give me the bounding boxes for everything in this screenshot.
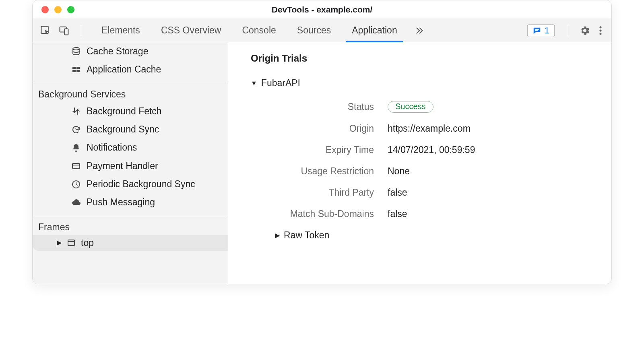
issues-button[interactable]: 1: [527, 24, 555, 37]
sidebar-item-label: Cache Storage: [87, 45, 148, 58]
close-window-button[interactable]: [41, 6, 49, 13]
tab-sources[interactable]: Sources: [287, 19, 341, 42]
sidebar-item-label: Periodic Background Sync: [87, 178, 195, 191]
maximize-window-button[interactable]: [67, 6, 74, 13]
trial-name: FubarAPI: [261, 78, 300, 89]
sidebar-divider: [33, 216, 228, 216]
toolbar-divider: [81, 25, 81, 37]
inspect-element-icon[interactable]: [40, 25, 51, 36]
label-subdomains: Match Sub-Domains: [251, 209, 388, 219]
tab-elements[interactable]: Elements: [91, 19, 151, 42]
minimize-window-button[interactable]: [54, 6, 62, 13]
sidebar-item-frame-top[interactable]: ▶ top: [33, 235, 228, 251]
value-usage: None: [388, 166, 410, 177]
svg-rect-13: [72, 163, 80, 169]
tab-console[interactable]: Console: [231, 19, 286, 42]
devtools-toolbar: Elements CSS Overview Console Sources Ap…: [33, 19, 611, 42]
sidebar-section-background-services[interactable]: Background Services: [33, 89, 228, 102]
more-tabs-button[interactable]: [408, 19, 431, 42]
main-split: Cache Storage Application Cache Backgrou…: [33, 42, 611, 284]
svg-rect-16: [68, 240, 74, 246]
frame-icon: [66, 238, 76, 248]
sidebar-item-label: Push Messaging: [87, 196, 155, 209]
label-usage: Usage Restriction: [251, 166, 388, 177]
sidebar-item-label: Background Sync: [87, 123, 159, 136]
svg-rect-9: [72, 67, 76, 69]
window-controls: [33, 6, 74, 13]
titlebar: DevTools - example.com/: [33, 0, 611, 19]
chevron-double-right-icon: [414, 25, 425, 36]
label-expiry: Expiry Time: [251, 145, 388, 155]
sidebar-item-periodic-background-sync[interactable]: Periodic Background Sync: [33, 175, 228, 193]
label-origin: Origin: [251, 123, 388, 134]
row-third-party: Third Party false: [251, 187, 595, 198]
issues-count: 1: [545, 25, 549, 36]
sidebar-item-label: Background Fetch: [87, 105, 162, 118]
sidebar-item-cache-storage[interactable]: Cache Storage: [33, 42, 228, 60]
sidebar-item-label: top: [81, 238, 94, 248]
origin-trials-panel: Origin Trials ▼ FubarAPI Status Success …: [228, 42, 611, 284]
sidebar-item-label: Payment Handler: [87, 159, 158, 173]
toolbar-divider: [567, 25, 567, 37]
tab-application[interactable]: Application: [341, 19, 408, 42]
grid-icon: [71, 65, 81, 74]
svg-rect-12: [76, 70, 80, 72]
svg-rect-0: [41, 26, 49, 33]
expand-triangle-icon[interactable]: ▶: [57, 240, 62, 246]
row-status: Status Success: [251, 101, 595, 113]
cloud-icon: [71, 198, 81, 207]
sidebar-item-push-messaging[interactable]: Push Messaging: [33, 193, 228, 211]
more-menu-icon[interactable]: [599, 25, 603, 36]
value-expiry: 14/07/2021, 00:59:59: [388, 145, 475, 155]
tab-css-overview[interactable]: CSS Overview: [151, 19, 232, 42]
raw-token-expander[interactable]: ▶ Raw Token: [275, 230, 595, 241]
row-origin: Origin https://example.com: [251, 123, 595, 134]
svg-point-6: [599, 29, 601, 31]
label-status: Status: [251, 101, 388, 112]
sidebar-item-label: Application Cache: [87, 63, 161, 76]
value-subdomains: false: [388, 209, 407, 219]
collapse-triangle-icon: ▼: [251, 80, 257, 87]
svg-point-8: [73, 48, 79, 50]
sidebar-item-background-sync[interactable]: Background Sync: [33, 120, 228, 138]
sync-icon: [71, 125, 81, 134]
panel-title: Origin Trials: [251, 53, 595, 64]
row-match-subdomains: Match Sub-Domains false: [251, 209, 595, 219]
credit-card-icon: [71, 161, 81, 171]
svg-rect-11: [72, 70, 76, 72]
device-toolbar-icon[interactable]: [58, 25, 70, 36]
row-usage-restriction: Usage Restriction None: [251, 166, 595, 177]
devtools-window: DevTools - example.com/ Elements CSS Ove…: [32, 0, 612, 284]
svg-point-5: [599, 26, 601, 28]
value-origin: https://example.com: [388, 123, 471, 134]
sidebar-item-application-cache[interactable]: Application Cache: [33, 60, 228, 79]
sidebar-divider: [33, 83, 228, 83]
raw-token-label: Raw Token: [284, 230, 329, 241]
svg-rect-3: [535, 29, 539, 30]
database-icon: [71, 47, 81, 56]
value-third-party: false: [388, 187, 407, 198]
sidebar-item-background-fetch[interactable]: Background Fetch: [33, 102, 228, 120]
message-icon: [533, 26, 541, 35]
svg-point-7: [599, 33, 601, 35]
expand-triangle-icon: ▶: [275, 232, 280, 239]
status-badge: Success: [388, 101, 433, 113]
row-expiry: Expiry Time 14/07/2021, 00:59:59: [251, 145, 595, 155]
label-third-party: Third Party: [251, 187, 388, 198]
sidebar-item-payment-handler[interactable]: Payment Handler: [33, 157, 228, 175]
fetch-arrows-icon: [71, 106, 81, 116]
settings-gear-icon[interactable]: [579, 25, 590, 36]
sidebar-section-frames[interactable]: Frames: [33, 222, 228, 235]
trial-expander[interactable]: ▼ FubarAPI: [251, 78, 595, 89]
bell-icon: [71, 143, 81, 153]
svg-rect-10: [76, 67, 80, 69]
svg-rect-4: [535, 30, 537, 31]
window-title: DevTools - example.com/: [33, 5, 611, 14]
application-sidebar: Cache Storage Application Cache Backgrou…: [33, 42, 228, 284]
clock-icon: [71, 180, 81, 189]
sidebar-item-notifications[interactable]: Notifications: [33, 138, 228, 157]
svg-rect-2: [64, 29, 68, 35]
sidebar-item-label: Notifications: [87, 141, 137, 154]
